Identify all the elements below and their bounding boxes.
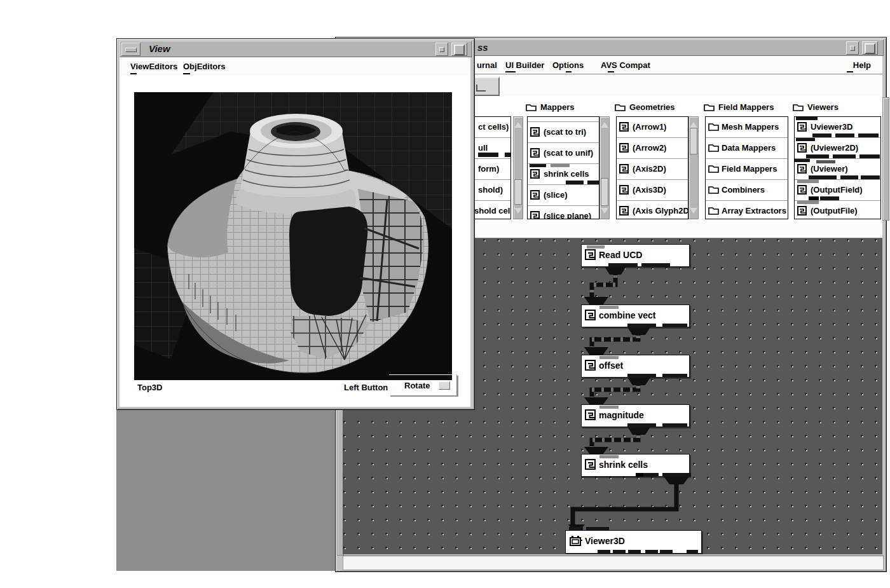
output-port[interactable] [643,473,659,477]
param-port[interactable] [599,406,619,409]
scroll-up-icon[interactable] [601,118,608,128]
output-port[interactable] [598,550,610,554]
palette-item[interactable]: Mesh Mappers [706,117,788,137]
scroll-thumb[interactable] [514,179,522,205]
palette-item[interactable]: (Uviewer2D) [795,137,880,158]
scroll-down-icon[interactable] [690,208,697,217]
palette-item[interactable]: Uviewer3D [795,117,880,137]
main-restore-button[interactable] [846,41,859,55]
node-read-ucd[interactable]: Read UCD [581,244,690,267]
workspace-hscrollbar[interactable] [343,556,884,570]
palette-item[interactable]: (slice plane) [528,205,599,219]
module-icon [797,122,807,135]
view-restore-button[interactable] [435,43,448,56]
menu-help[interactable]: Help [853,60,871,70]
scroll-down-icon[interactable] [601,208,608,217]
input-port[interactable] [586,527,609,531]
module-icon [530,190,540,203]
palette-item[interactable]: (Axis2D) [617,158,688,179]
output-port[interactable] [628,550,641,554]
menu-journal[interactable]: urnal [477,60,497,70]
folder-icon [793,103,804,111]
palette-item-partial[interactable] [528,117,599,121]
view-title-bar[interactable]: View [120,41,472,57]
output-port[interactable] [660,550,673,554]
render-viewport[interactable] [134,92,452,380]
window-menu-icon [125,48,137,52]
accel-underline [608,71,614,72]
scroll-up-icon[interactable] [690,118,697,128]
menu-ui-builder[interactable]: UI Builder [505,60,544,70]
palette-item[interactable]: (Uviewer) [795,158,880,179]
menu-vieweditors[interactable]: ViewEditors [130,62,177,71]
palette-scrollbar[interactable] [513,116,523,219]
output-port[interactable] [627,423,656,427]
palette-item[interactable]: Data Mappers [706,137,788,158]
view-window-title: View [149,43,170,54]
param-port[interactable] [587,245,605,249]
scroll-up-icon[interactable] [514,118,522,128]
palette-item[interactable]: (Axis3D) [617,179,688,200]
palette-item[interactable]: (Axis Glyph2D [617,200,688,219]
output-port[interactable] [662,473,691,477]
palette-item[interactable]: shrink cells [528,163,599,184]
module-icon [585,310,596,324]
view-window-menu-button[interactable] [121,43,140,56]
view-menubar: ViewEditors ObjEditors [120,57,470,76]
view-maximize-button[interactable] [451,43,467,56]
node-magnitude[interactable]: magnitude [581,404,690,427]
output-port[interactable] [645,550,658,554]
scroll-thumb[interactable] [601,178,608,206]
palette-viewers-list: Uviewer3D (Uviewer2D) (Uviewer) [794,116,881,219]
node-viewer3d[interactable]: Viewer3D [565,530,702,554]
node-offset[interactable]: offset [581,355,690,378]
palette-header-viewers[interactable]: Viewers [793,102,839,112]
node-shrink-cells[interactable]: shrink cells [581,454,690,477]
output-port[interactable] [636,473,643,477]
module-icon [797,143,807,156]
port-bar [478,153,498,157]
output-port[interactable] [627,324,656,327]
param-port[interactable] [599,455,619,458]
palette-scrollbar[interactable] [599,116,610,219]
palette-header-field-mappers[interactable]: Field Mappers [704,102,774,112]
module-icon [585,360,596,374]
menu-avs-compat[interactable]: AVS Compat [601,60,650,70]
palette-item[interactable]: Combiners [706,179,788,200]
palette-scrollbar[interactable] [688,116,699,219]
folder-icon [708,206,719,217]
output-port[interactable] [627,374,656,378]
palette-item[interactable]: (Arrow1) [617,117,688,137]
output-port[interactable] [662,423,687,427]
palette-header-geometries[interactable]: Geometries [615,102,675,112]
scroll-thumb[interactable] [690,128,697,154]
output-port[interactable] [613,550,626,554]
output-port[interactable] [662,324,687,327]
palette-item[interactable]: (slice) [528,184,599,205]
menu-objeditors[interactable]: ObjEditors [183,62,225,71]
output-port[interactable] [641,263,670,267]
port-bar [796,138,815,141]
palette-panel-scrollbar[interactable] [882,97,889,221]
palette-header-mappers[interactable]: Mappers [526,102,574,112]
palette-item[interactable]: (OutputFile) [795,200,880,219]
node-combine-vect[interactable]: combine vect [581,304,690,327]
palette-item[interactable]: Array Extractors [706,200,788,219]
palette-item[interactable]: (scat to tri) [528,121,599,142]
scroll-down-icon[interactable] [514,208,522,217]
palette-item[interactable]: (OutputField) [795,179,880,200]
param-port[interactable] [599,306,619,309]
main-maximize-button[interactable] [862,41,878,55]
rotate-option-menu[interactable]: Rotate [389,374,457,395]
monitor-icon [569,535,583,550]
output-port[interactable] [662,374,687,378]
output-port[interactable] [608,263,638,267]
palette-item[interactable]: (Arrow2) [617,137,688,158]
output-port[interactable] [687,550,698,554]
module-icon [585,459,596,473]
param-port[interactable] [599,356,619,359]
palette-item[interactable]: (scat to unif) [528,142,599,163]
input-port[interactable] [569,527,583,531]
menu-options[interactable]: Options [552,60,584,70]
palette-item[interactable]: Field Mappers [706,158,788,179]
